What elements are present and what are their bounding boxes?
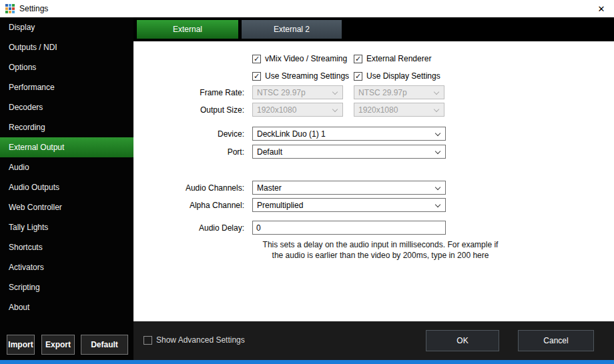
use-display-settings-label: Use Display Settings	[366, 71, 440, 81]
checkbox-check-icon[interactable]: ✓	[252, 72, 261, 81]
frame-rate-value-1: NTSC 29.97p	[257, 88, 306, 97]
audio-delay-input[interactable]	[252, 221, 446, 235]
chevron-down-icon	[434, 89, 439, 95]
sidebar-item-scripting[interactable]: Scripting	[0, 277, 133, 297]
sidebar-item-display[interactable]: Display	[0, 17, 133, 37]
port-select[interactable]: Default	[252, 145, 446, 159]
checkbox-empty-icon[interactable]	[143, 336, 152, 345]
chevron-down-icon	[435, 149, 440, 154]
close-icon[interactable]: ✕	[594, 1, 609, 16]
chevron-down-icon	[435, 185, 440, 190]
alpha-channel-value: Premultiplied	[257, 201, 303, 210]
device-value: DeckLink Duo (1) 1	[257, 129, 326, 139]
output-size-select-2: 1920x1080	[354, 103, 444, 117]
vmix-logo-icon	[5, 4, 15, 13]
use-streaming-settings-label: Use Streaming Settings	[265, 71, 349, 81]
frame-rate-label: Frame Rate:	[133, 88, 244, 97]
port-value: Default	[257, 147, 282, 157]
chevron-down-icon	[332, 89, 338, 95]
title-bar: Settings ✕	[0, 0, 614, 17]
output-size-label: Output Size:	[133, 105, 244, 115]
frame-rate-select-1: NTSC 29.97p	[252, 85, 343, 99]
device-label: Device:	[133, 129, 244, 139]
sidebar-item-about[interactable]: About	[0, 297, 133, 317]
sidebar-item-audio[interactable]: Audio	[0, 157, 133, 177]
use-display-settings-checkbox[interactable]: ✓ Use Display Settings	[354, 71, 440, 81]
sidebar-item-audio-outputs[interactable]: Audio Outputs	[0, 177, 133, 197]
sidebar-item-options[interactable]: Options	[0, 57, 133, 77]
show-advanced-settings-label: Show Advanced Settings	[156, 335, 245, 345]
frame-rate-value-2: NTSC 29.97p	[358, 88, 407, 97]
sidebar-item-recording[interactable]: Recording	[0, 117, 133, 137]
help-line-2: the audio is earlier than the video by 2…	[252, 250, 509, 261]
alpha-channel-select[interactable]: Premultiplied	[252, 198, 446, 212]
chevron-down-icon	[435, 131, 440, 136]
cancel-button[interactable]: Cancel	[518, 330, 594, 351]
import-button[interactable]: Import	[7, 335, 35, 355]
audio-delay-label: Audio Delay:	[133, 223, 244, 233]
sidebar-item-outputs-ndi[interactable]: Outputs / NDI	[0, 37, 133, 57]
audio-delay-help-text: This sets a delay on the audio input in …	[252, 239, 509, 261]
sidebar-item-activators[interactable]: Activators	[0, 257, 133, 277]
audio-channels-value: Master	[257, 183, 282, 193]
show-advanced-settings-checkbox[interactable]: Show Advanced Settings	[143, 335, 245, 345]
output-size-value-2: 1920x1080	[358, 105, 398, 115]
sidebar-item-tally-lights[interactable]: Tally Lights	[0, 217, 133, 237]
sidebar-item-shortcuts[interactable]: Shortcuts	[0, 237, 133, 257]
checkbox-check-icon[interactable]: ✓	[354, 55, 362, 63]
ok-button[interactable]: OK	[426, 330, 499, 351]
tab-external[interactable]: External	[137, 20, 238, 39]
sidebar-item-web-controller[interactable]: Web Controller	[0, 197, 133, 217]
output-size-select-1: 1920x1080	[252, 103, 343, 117]
default-button[interactable]: Default	[81, 335, 128, 355]
help-line-1: This sets a delay on the audio input in …	[252, 239, 509, 250]
frame-rate-select-2: NTSC 29.97p	[354, 85, 444, 99]
audio-channels-select[interactable]: Master	[252, 181, 446, 195]
port-label: Port:	[133, 147, 244, 157]
chevron-down-icon	[435, 202, 440, 207]
external-output-panel: ✓ vMix Video / Streaming ✓ External Rend…	[133, 41, 614, 321]
chevron-down-icon	[332, 107, 338, 112]
checkbox-check-icon[interactable]: ✓	[252, 55, 261, 63]
window-border-bottom	[0, 360, 614, 364]
checkbox-check-icon[interactable]: ✓	[354, 72, 362, 81]
use-streaming-settings-checkbox[interactable]: ✓ Use Streaming Settings	[252, 71, 349, 81]
sidebar: Display Outputs / NDI Options Performanc…	[0, 17, 133, 360]
alpha-channel-label: Alpha Channel:	[133, 201, 244, 210]
audio-channels-label: Audio Channels:	[133, 183, 244, 193]
export-button[interactable]: Export	[41, 335, 75, 355]
chevron-down-icon	[434, 107, 439, 112]
sidebar-item-decoders[interactable]: Decoders	[0, 97, 133, 117]
output-size-value-1: 1920x1080	[257, 105, 296, 115]
external-renderer-label: External Renderer	[366, 54, 431, 63]
device-select[interactable]: DeckLink Duo (1) 1	[252, 127, 446, 141]
main-area: External External 2 ✓ vMix Video / Strea…	[133, 17, 614, 360]
external-renderer-checkbox[interactable]: ✓ External Renderer	[354, 54, 431, 63]
tab-external-2[interactable]: External 2	[242, 20, 342, 39]
sidebar-item-performance[interactable]: Performance	[0, 77, 133, 97]
footer-bar: Show Advanced Settings OK Cancel	[133, 321, 614, 360]
vmix-video-streaming-checkbox[interactable]: ✓ vMix Video / Streaming	[252, 54, 347, 63]
window-title: Settings	[19, 4, 48, 13]
sidebar-item-external-output[interactable]: External Output	[0, 137, 133, 157]
settings-window: Settings ✕ Display Outputs / NDI Options…	[0, 0, 614, 364]
vmix-video-streaming-label: vMix Video / Streaming	[265, 54, 347, 63]
